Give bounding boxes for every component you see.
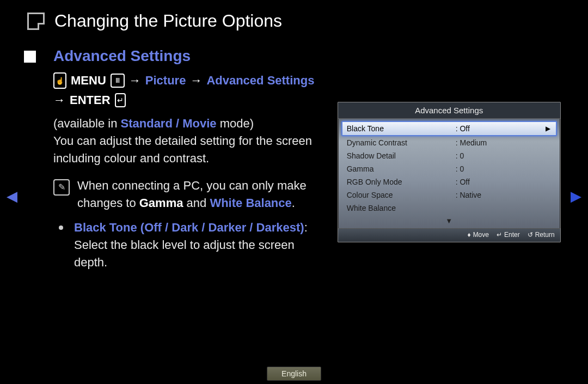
breadcrumb-picture: Picture (145, 74, 186, 88)
page-title: Changing the Picture Options (54, 11, 282, 31)
osd-return-hint: ↺Return (528, 231, 555, 239)
osd-row-value: : Off (456, 124, 552, 133)
osd-row-value: : 0 (456, 151, 552, 160)
arrow-icon: → (129, 74, 141, 88)
osd-row-value: : Off (456, 178, 552, 186)
osd-row-white-balance[interactable]: White Balance (341, 202, 557, 215)
osd-title: Advanced Settings (338, 102, 560, 119)
osd-row-label: Colour Space (347, 191, 456, 199)
osd-row-label: RGB Only Mode (347, 178, 456, 186)
osd-row-shadow-detail[interactable]: Shadow Detail: 0 (341, 149, 557, 162)
bullet-icon (59, 225, 63, 230)
hand-icon: ☝ (53, 72, 66, 89)
enter-icon: ↵ (115, 93, 126, 107)
pc-note: When connecting a PC, you can only make … (77, 177, 316, 212)
osd-panel: Advanced Settings Black Tone: Off▶Dynami… (338, 102, 561, 242)
osd-row-value: : 0 (456, 164, 552, 173)
section-heading: Advanced Settings (53, 47, 316, 65)
black-tone-bullet: Black Tone (Off / Dark / Darker / Darkes… (74, 219, 316, 271)
menu-grid-icon: Ⅲ (111, 74, 125, 88)
description: You can adjust the detailed setting for … (53, 132, 316, 167)
square-bullet-icon (24, 51, 36, 63)
nav-prev-button[interactable]: ◀ (7, 188, 17, 205)
arrow-icon: → (53, 93, 65, 107)
return-icon: ↺ (528, 231, 533, 239)
osd-row-label: Gamma (347, 164, 456, 173)
osd-row-colour-space[interactable]: Colour Space: Native (341, 188, 557, 202)
osd-row-dynamic-contrast[interactable]: Dynamic Contrast: Medium (341, 136, 557, 149)
note-icon: ✎ (53, 179, 70, 196)
osd-more-indicator: ▼ (338, 216, 560, 228)
updown-icon: ♦ (468, 231, 471, 239)
osd-row-value: : Medium (456, 138, 552, 147)
enter-icon: ↵ (497, 231, 502, 239)
osd-row-label: Shadow Detail (347, 151, 456, 160)
osd-footer: ♦Move ↵Enter ↺Return (338, 228, 560, 242)
osd-row-label: Black Tone (347, 124, 456, 133)
book-icon (27, 13, 45, 30)
osd-row-label: White Balance (347, 204, 456, 212)
chevron-right-icon: ▶ (546, 125, 550, 132)
breadcrumb: ☝ MENU Ⅲ → Picture → Advanced Settings →… (53, 72, 316, 107)
arrow-icon: → (190, 74, 202, 88)
osd-row-value: : Native (456, 191, 552, 199)
breadcrumb-menu: MENU (71, 74, 106, 88)
osd-move-hint: ♦Move (468, 231, 489, 239)
breadcrumb-advanced-settings: Advanced Settings (206, 74, 314, 88)
osd-row-rgb-only-mode[interactable]: RGB Only Mode: Off (341, 175, 557, 188)
osd-row-black-tone[interactable]: Black Tone: Off▶ (341, 121, 557, 136)
availability-note: (available in Standard / Movie mode) (53, 115, 316, 132)
osd-row-gamma[interactable]: Gamma: 0 (341, 162, 557, 175)
language-badge[interactable]: English (267, 367, 321, 381)
osd-enter-hint: ↵Enter (497, 231, 520, 239)
breadcrumb-enter: ENTER (70, 93, 111, 107)
osd-row-label: Dynamic Contrast (347, 138, 456, 147)
nav-next-button[interactable]: ▶ (571, 188, 581, 205)
